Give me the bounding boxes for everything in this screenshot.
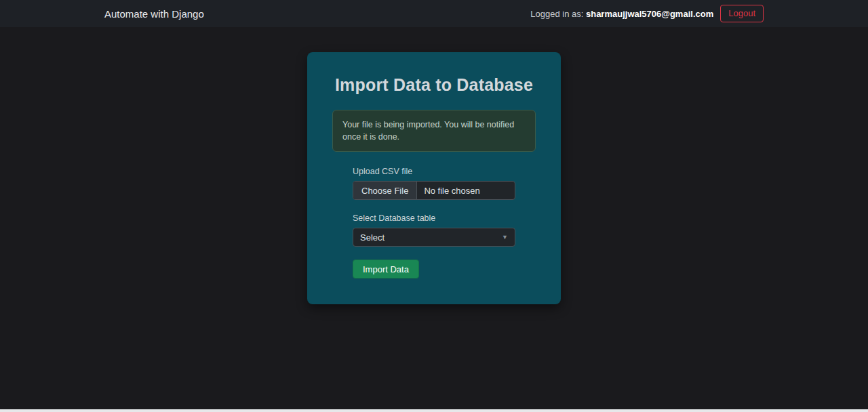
select-table-field: Select Database table Select ▼	[353, 213, 515, 247]
navbar: Automate with Django Logged in as: sharm…	[0, 0, 868, 27]
csv-file-input[interactable]: Choose File No file chosen	[353, 181, 515, 200]
choose-file-button[interactable]: Choose File	[353, 182, 417, 199]
import-data-button[interactable]: Import Data	[353, 260, 419, 279]
file-chosen-status: No file chosen	[417, 182, 486, 199]
select-value: Select	[360, 232, 384, 243]
logged-in-label: Logged in as:	[530, 9, 583, 19]
import-status-alert: Your file is being imported. You will be…	[332, 110, 536, 152]
user-email: sharmaujjwal5706@gmail.com	[586, 9, 713, 19]
brand-link[interactable]: Automate with Django	[104, 8, 204, 20]
logged-in-text: Logged in as: sharmaujjwal5706@gmail.com	[530, 9, 713, 19]
import-data-card: Import Data to Database Your file is bei…	[307, 52, 561, 304]
horizontal-scrollbar-track[interactable]	[0, 409, 868, 412]
upload-csv-label: Upload CSV file	[353, 167, 515, 176]
chevron-down-icon: ▼	[502, 234, 508, 241]
page-title: Import Data to Database	[332, 77, 536, 94]
database-table-select[interactable]: Select ▼	[353, 228, 515, 247]
select-table-label: Select Database table	[353, 213, 515, 223]
logout-button[interactable]: Logout	[720, 5, 764, 22]
navbar-right: Logged in as: sharmaujjwal5706@gmail.com…	[530, 5, 764, 22]
import-form: Upload CSV file Choose File No file chos…	[353, 167, 515, 279]
upload-csv-field: Upload CSV file Choose File No file chos…	[353, 167, 515, 200]
main-content: Import Data to Database Your file is bei…	[0, 27, 868, 304]
